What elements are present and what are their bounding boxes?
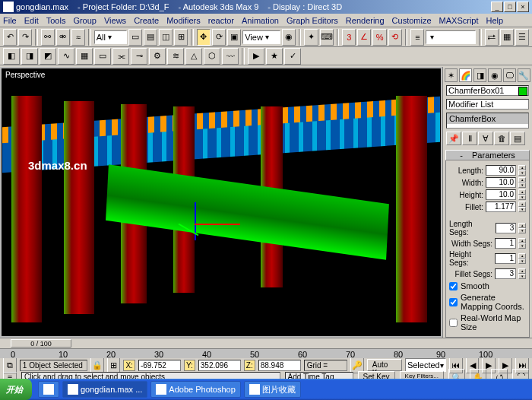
menu-views[interactable]: Views bbox=[104, 16, 126, 25]
wsegs-spinner[interactable]: 1 bbox=[495, 238, 516, 249]
minimize-button[interactable]: _ bbox=[491, 2, 503, 12]
show-end-result-button[interactable]: Ⅱ bbox=[462, 132, 477, 145]
time-slider-track[interactable]: 0 / 100 bbox=[0, 338, 532, 349]
realworld-checkbox[interactable] bbox=[449, 319, 458, 327]
lsegs-spinner[interactable]: 3 bbox=[496, 223, 517, 233]
reactor-plane-button[interactable]: ▭ bbox=[94, 48, 111, 65]
reactor-wind-button[interactable]: ≋ bbox=[167, 48, 184, 65]
key-target-dropdown[interactable]: Selected▾ bbox=[405, 358, 446, 372]
taskbar-item-max[interactable]: gongdian.max ... bbox=[62, 381, 147, 398]
menu-graph-editors[interactable]: Graph Editors bbox=[287, 16, 338, 25]
angle-snap-button[interactable]: ∠ bbox=[357, 29, 371, 46]
width-spin-buttons[interactable]: ▴▾ bbox=[518, 177, 526, 188]
lsegs-spin-buttons[interactable]: ▴▾ bbox=[518, 223, 526, 233]
redo-button[interactable]: ↷ bbox=[18, 29, 32, 46]
remove-modifier-button[interactable]: 🗑 bbox=[494, 132, 509, 145]
menu-create[interactable]: Create bbox=[134, 16, 159, 25]
percent-snap-button[interactable]: % bbox=[372, 29, 386, 46]
modify-tab[interactable]: 🌈 bbox=[459, 68, 472, 82]
height-spinner[interactable]: 10.0 bbox=[486, 189, 516, 200]
genmap-checkbox[interactable] bbox=[449, 298, 458, 306]
modifier-stack[interactable]: ChamferBox bbox=[446, 113, 529, 129]
named-sel-dropdown[interactable]: ▾ bbox=[426, 30, 476, 44]
select-scale-button[interactable]: ▣ bbox=[227, 29, 241, 46]
y-coord-input[interactable] bbox=[198, 360, 241, 371]
quicklaunch-item[interactable] bbox=[38, 381, 59, 398]
length-spinner[interactable]: 90.0 bbox=[486, 165, 516, 176]
select-by-name-button[interactable]: ▤ bbox=[144, 29, 157, 46]
transform-typein-button[interactable]: ⊞ bbox=[107, 357, 121, 373]
height-spin-buttons[interactable]: ▴▾ bbox=[518, 189, 526, 200]
lock-selection-button[interactable]: 🔒 bbox=[90, 357, 104, 373]
taskbar-item-photoshop[interactable]: Adobe Photoshop bbox=[150, 381, 240, 398]
reactor-motor-button[interactable]: ⚙ bbox=[149, 48, 166, 65]
ref-coord-dropdown[interactable]: View ▾ bbox=[242, 30, 280, 44]
modifier-list-dropdown[interactable]: Modifier List bbox=[446, 99, 529, 110]
menu-tools[interactable]: Tools bbox=[46, 16, 66, 25]
fillet-spin-buttons[interactable]: ▴▾ bbox=[518, 202, 526, 212]
object-color-swatch[interactable] bbox=[518, 87, 527, 96]
chamferbox-object[interactable] bbox=[106, 164, 388, 259]
window-crossing-button[interactable]: ⊞ bbox=[174, 29, 188, 46]
menu-rendering[interactable]: Rendering bbox=[346, 16, 385, 25]
menu-file[interactable]: File bbox=[3, 16, 17, 25]
wsegs-spin-buttons[interactable]: ▴▾ bbox=[518, 238, 526, 249]
reactor-water-button[interactable]: 〰 bbox=[222, 48, 239, 65]
reactor-spring-button[interactable]: ⫘ bbox=[112, 48, 129, 65]
link-button[interactable]: ⚯ bbox=[41, 29, 55, 46]
time-ruler[interactable]: 0102030405060708090100 bbox=[0, 349, 532, 358]
configure-sets-button[interactable]: ▤ bbox=[510, 132, 525, 145]
pivot-button[interactable]: ◉ bbox=[282, 29, 296, 46]
unlink-button[interactable]: ⚮ bbox=[56, 29, 70, 46]
display-tab[interactable]: 🖵 bbox=[503, 68, 516, 82]
keyboard-shortcut-button[interactable]: ⌨ bbox=[320, 29, 334, 46]
manipulate-button[interactable]: ✦ bbox=[304, 29, 318, 46]
pin-stack-button[interactable]: 📌 bbox=[446, 132, 461, 145]
make-unique-button[interactable]: ∀ bbox=[478, 132, 493, 145]
fsegs-spinner[interactable]: 3 bbox=[495, 268, 516, 279]
reactor-soft-button[interactable]: ◩ bbox=[40, 48, 56, 65]
close-button[interactable]: × bbox=[517, 2, 529, 12]
reactor-preview-button[interactable]: ▶ bbox=[248, 48, 264, 65]
autokey-button[interactable]: Auto Key bbox=[367, 359, 402, 371]
reactor-mesh-button[interactable]: ▦ bbox=[76, 48, 93, 65]
smooth-checkbox[interactable] bbox=[449, 282, 458, 290]
align-button[interactable]: ▦ bbox=[500, 29, 514, 46]
mirror-button[interactable]: ⮂ bbox=[485, 29, 499, 46]
trackbar-toggle-button[interactable]: ⧉ bbox=[3, 357, 17, 373]
motion-tab[interactable]: ◉ bbox=[488, 68, 501, 82]
time-slider[interactable]: 0 / 100 bbox=[11, 339, 71, 348]
fillet-spinner[interactable]: 1.177 bbox=[486, 202, 516, 212]
snap-toggle-button[interactable]: 3 bbox=[342, 29, 356, 46]
reactor-toy-button[interactable]: △ bbox=[185, 48, 202, 65]
reactor-analyze-button[interactable]: ✓ bbox=[284, 48, 301, 65]
length-spin-buttons[interactable]: ▴▾ bbox=[518, 165, 526, 176]
maximize-button[interactable]: □ bbox=[504, 2, 516, 12]
stack-item-chamferbox[interactable]: ChamferBox bbox=[447, 113, 528, 124]
select-region-button[interactable]: ◫ bbox=[159, 29, 173, 46]
width-spinner[interactable]: 10.0 bbox=[486, 177, 516, 188]
menu-customize[interactable]: Customize bbox=[392, 16, 432, 25]
viewport-label[interactable]: Perspective bbox=[5, 71, 45, 79]
hierarchy-tab[interactable]: ◨ bbox=[473, 68, 486, 82]
hsegs-spinner[interactable]: 1 bbox=[495, 253, 516, 264]
reactor-dashpot-button[interactable]: ⊸ bbox=[131, 48, 147, 65]
perspective-viewport[interactable]: Perspective 3dmax8.cn bbox=[2, 68, 441, 336]
fsegs-spin-buttons[interactable]: ▴▾ bbox=[518, 268, 526, 279]
parameters-header[interactable]: - Parameters bbox=[445, 150, 530, 160]
reactor-create-button[interactable]: ★ bbox=[266, 48, 283, 65]
undo-button[interactable]: ↶ bbox=[3, 29, 17, 46]
menu-group[interactable]: Group bbox=[73, 16, 97, 25]
named-sel-button[interactable]: ≡ bbox=[410, 29, 424, 46]
utilities-tab[interactable]: 🔧 bbox=[518, 68, 530, 82]
selection-filter-dropdown[interactable]: All ▾ bbox=[94, 30, 127, 44]
menu-animation[interactable]: Animation bbox=[242, 16, 279, 25]
select-rotate-button[interactable]: ⟳ bbox=[212, 29, 226, 46]
reactor-rope-button[interactable]: ∿ bbox=[58, 48, 74, 65]
menu-reactor[interactable]: reactor bbox=[208, 16, 234, 25]
reactor-cloth-button[interactable]: ◨ bbox=[21, 48, 38, 65]
taskbar-item-folder[interactable]: 图片收藏 bbox=[244, 381, 301, 398]
select-move-button[interactable]: ✥ bbox=[197, 29, 211, 46]
menu-edit[interactable]: Edit bbox=[24, 16, 39, 25]
hsegs-spin-buttons[interactable]: ▴▾ bbox=[518, 253, 526, 264]
